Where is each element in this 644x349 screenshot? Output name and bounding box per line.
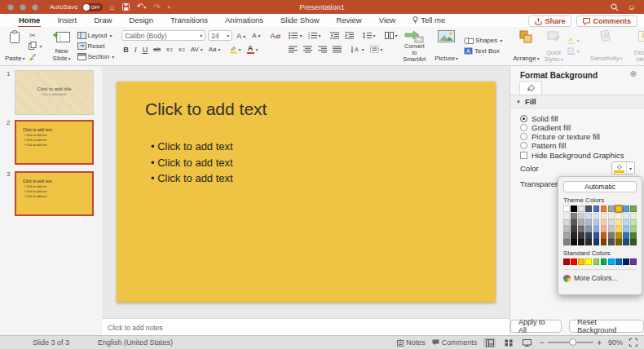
shape-fill-button[interactable]: ▾: [566, 36, 581, 46]
share-button[interactable]: Share: [528, 15, 571, 27]
color-swatch[interactable]: [585, 219, 592, 226]
zoom-window-button[interactable]: [32, 4, 38, 11]
save-icon[interactable]: [122, 3, 130, 11]
tab-design[interactable]: Design: [128, 14, 154, 27]
color-swatch[interactable]: [593, 205, 600, 212]
tab-tell-me[interactable]: Tell me: [412, 14, 446, 28]
slide-title-placeholder[interactable]: Click to add text: [145, 99, 267, 119]
color-swatch[interactable]: [571, 232, 577, 239]
color-swatch[interactable]: [571, 258, 577, 265]
color-swatch[interactable]: [615, 205, 622, 212]
color-swatch[interactable]: [615, 226, 622, 232]
radio-pattern-fill[interactable]: Pattern fill: [520, 141, 566, 150]
color-swatch[interactable]: [608, 219, 615, 226]
format-painter-button[interactable]: [27, 51, 43, 61]
close-icon[interactable]: ⊗: [630, 69, 637, 78]
paste-button[interactable]: Paste▾: [2, 29, 27, 64]
radio-picture-texture-fill[interactable]: Picture or texture fill: [520, 132, 600, 141]
comments-button[interactable]: Comments: [576, 15, 637, 27]
zoom-knob[interactable]: [569, 338, 576, 346]
bold-button[interactable]: B: [121, 44, 130, 55]
color-swatch[interactable]: [615, 213, 622, 219]
color-swatch[interactable]: [623, 213, 629, 219]
bullets-button[interactable]: ▾: [287, 30, 303, 41]
increase-indent-button[interactable]: [343, 30, 355, 41]
color-swatch[interactable]: [608, 232, 615, 239]
color-swatch[interactable]: [593, 226, 600, 232]
shape-outline-button[interactable]: ▾: [566, 46, 581, 56]
notes-pane[interactable]: Click to add notes: [102, 318, 509, 335]
more-colors-button[interactable]: More Colors...: [563, 269, 637, 282]
language-button[interactable]: English (United States): [98, 338, 173, 347]
color-swatch[interactable]: [585, 232, 592, 239]
slide-thumbnail-3[interactable]: Click to add text Click to add text Clic…: [15, 171, 94, 216]
numbering-button[interactable]: 123▾: [307, 30, 323, 41]
align-text-button[interactable]: ▾: [368, 44, 385, 55]
checkbox-hide-background-graphics[interactable]: Hide Background Graphics: [520, 151, 624, 160]
text-direction-button[interactable]: A▾: [349, 44, 365, 55]
color-swatch[interactable]: [623, 258, 629, 265]
slide-body-placeholder[interactable]: Click to add text Click to add text Clic…: [151, 139, 233, 187]
color-swatch[interactable]: [578, 239, 584, 245]
zoom-out-button[interactable]: −: [540, 338, 545, 347]
font-color-button[interactable]: A▾: [245, 44, 260, 55]
color-swatch[interactable]: [608, 205, 615, 212]
fit-slide-to-window-button[interactable]: [629, 338, 637, 347]
color-swatch[interactable]: [563, 232, 570, 239]
color-swatch[interactable]: [601, 232, 607, 239]
color-swatch[interactable]: [571, 213, 577, 219]
color-swatch[interactable]: [601, 219, 607, 226]
tab-slide-show[interactable]: Slide Show: [280, 14, 320, 27]
autosave-toggle[interactable]: OFF: [82, 3, 103, 11]
color-swatch[interactable]: [615, 258, 622, 265]
color-swatch[interactable]: [578, 213, 584, 219]
clear-formatting-button[interactable]: A: [268, 30, 282, 41]
color-swatch[interactable]: [571, 205, 577, 212]
feedback-smiley-icon[interactable]: ☺: [628, 3, 636, 11]
color-swatch[interactable]: [601, 239, 607, 245]
new-slide-button[interactable]: New Slide▾: [51, 29, 73, 64]
color-swatch[interactable]: [601, 258, 607, 265]
columns-button[interactable]: ▾: [383, 30, 399, 41]
font-size-select[interactable]: 24▾: [208, 30, 232, 41]
color-swatch[interactable]: [593, 258, 600, 265]
highlight-color-button[interactable]: ▾: [228, 44, 243, 55]
tab-draw[interactable]: Draw: [93, 14, 112, 27]
color-swatch[interactable]: [563, 205, 570, 212]
slide-show-button[interactable]: [521, 338, 533, 348]
zoom-in-button[interactable]: +: [597, 338, 602, 347]
copy-button[interactable]: ▾: [27, 41, 43, 51]
color-swatch[interactable]: [585, 239, 592, 245]
color-swatch[interactable]: [630, 258, 637, 265]
color-swatch[interactable]: [623, 205, 629, 212]
color-swatch[interactable]: [630, 232, 637, 239]
text-box-button[interactable]: AText Box: [462, 46, 504, 56]
slide-canvas[interactable]: Click to add text Click to add text Clic…: [117, 82, 496, 303]
zoom-slider[interactable]: − +: [540, 338, 602, 347]
color-swatch[interactable]: [563, 226, 570, 232]
justify-button[interactable]: [331, 44, 343, 55]
color-swatch[interactable]: [578, 205, 584, 212]
increase-font-size-button[interactable]: A▲: [235, 30, 248, 41]
color-swatch[interactable]: [585, 258, 592, 265]
align-left-button[interactable]: [287, 44, 299, 55]
color-swatch[interactable]: [615, 232, 622, 239]
radio-gradient-fill[interactable]: Gradient fill: [520, 123, 571, 132]
color-swatch[interactable]: [623, 239, 629, 245]
slide-thumbnail-1[interactable]: Click to add title Click to add subtitle: [15, 70, 94, 115]
quick-styles-button[interactable]: QuickStyles▾: [542, 29, 566, 64]
decrease-font-size-button[interactable]: A▼: [250, 30, 262, 41]
minimize-window-button[interactable]: [20, 4, 26, 11]
color-swatch[interactable]: [578, 226, 584, 232]
close-window-button[interactable]: [7, 4, 14, 11]
slide-sorter-view-button[interactable]: [502, 338, 514, 348]
color-swatch[interactable]: [608, 226, 615, 232]
color-swatch[interactable]: [593, 239, 600, 245]
color-swatch[interactable]: [615, 219, 622, 226]
section-button[interactable]: Section▾: [76, 51, 117, 61]
home-icon[interactable]: ⌂: [110, 0, 115, 14]
background-color-button[interactable]: ▾: [611, 161, 635, 174]
color-swatch[interactable]: [563, 219, 570, 226]
strikethrough-button[interactable]: ab: [152, 44, 162, 55]
color-swatch[interactable]: [623, 226, 629, 232]
